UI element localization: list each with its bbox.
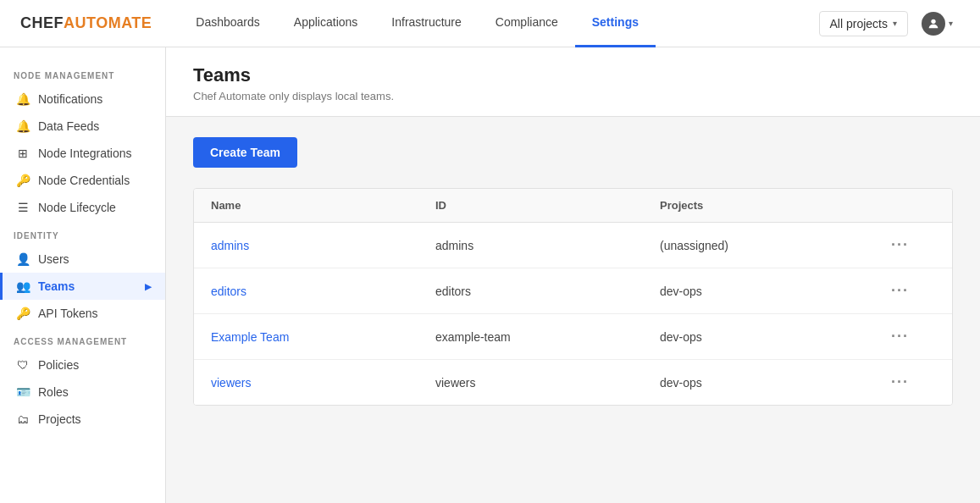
cell-id-editors: editors [435, 285, 660, 298]
bell-icon: 🔔 [16, 92, 30, 106]
cell-projects-admins: (unassigned) [660, 239, 884, 252]
top-nav: CHEFAUTOMATE Dashboards Applications Inf… [0, 0, 980, 47]
nav-links: Dashboards Applications Infrastructure C… [179, 0, 818, 47]
cell-name-admins: admins [211, 239, 435, 252]
teams-icon: 👥 [16, 279, 30, 293]
sidebar-label-node-integrations: Node Integrations [38, 146, 132, 160]
sidebar-item-policies[interactable]: 🛡 Policies [0, 351, 165, 379]
svg-point-0 [931, 19, 935, 23]
projects-dropdown[interactable]: All projects ▾ [819, 11, 908, 36]
sidebar-label-policies: Policies [38, 358, 79, 372]
logo-automate: AUTOMATE [64, 14, 152, 32]
content-area: Create Team Name ID Projects admins admi… [166, 117, 980, 426]
sidebar-item-teams[interactable]: 👥 Teams ▶ [0, 273, 165, 300]
nav-applications[interactable]: Applications [277, 0, 375, 47]
more-button-example-team[interactable]: ··· [884, 326, 916, 347]
section-node-management-label: NODE MANAGEMENT [0, 61, 165, 86]
sidebar-label-users: Users [38, 252, 69, 266]
sidebar-label-notifications: Notifications [38, 92, 102, 106]
nav-right: All projects ▾ ▾ [819, 8, 960, 39]
nav-dashboards[interactable]: Dashboards [179, 0, 277, 47]
policies-icon: 🛡 [16, 358, 30, 372]
user-avatar [922, 12, 945, 36]
logo-chef: CHEF [20, 14, 64, 32]
lifecycle-icon: ☰ [16, 201, 30, 214]
more-button-admins[interactable]: ··· [884, 235, 916, 256]
cell-projects-editors: dev-ops [660, 285, 884, 298]
cell-name-viewers: viewers [211, 376, 435, 390]
integrations-icon: ⊞ [16, 146, 30, 160]
teams-table: Name ID Projects admins admins (unassign… [193, 188, 953, 406]
col-header-actions [884, 199, 935, 212]
main-content: Teams Chef Automate only displays local … [166, 47, 980, 503]
sidebar-item-projects[interactable]: 🗂 Projects [0, 406, 165, 433]
projects-label: All projects [830, 17, 888, 30]
sidebar-item-roles[interactable]: 🪪 Roles [0, 379, 165, 406]
nav-infrastructure[interactable]: Infrastructure [374, 0, 478, 47]
projects-icon: 🗂 [16, 412, 30, 426]
link-example-team[interactable]: Example Team [211, 330, 289, 344]
cell-id-admins: admins [435, 239, 660, 252]
cell-name-editors: editors [211, 285, 435, 298]
page-subtitle: Chef Automate only displays local teams. [193, 90, 953, 102]
cell-projects-example-team: dev-ops [660, 330, 884, 344]
sidebar-item-node-credentials[interactable]: 🔑 Node Credentials [0, 167, 165, 194]
user-chevron-icon: ▾ [949, 19, 953, 28]
sidebar-item-users[interactable]: 👤 Users [0, 246, 165, 273]
sidebar-label-node-lifecycle: Node Lifecycle [38, 201, 116, 214]
cell-actions-viewers: ··· [884, 372, 935, 393]
table-row: admins admins (unassigned) ··· [194, 223, 952, 268]
user-menu-button[interactable]: ▾ [915, 8, 960, 39]
sidebar: NODE MANAGEMENT 🔔 Notifications 🔔 Data F… [0, 47, 166, 503]
cell-actions-example-team: ··· [884, 326, 935, 347]
section-access-management-label: ACCESS MANAGEMENT [0, 327, 165, 351]
cell-name-example-team: Example Team [211, 330, 435, 344]
api-tokens-icon: 🔑 [16, 307, 30, 320]
table-header-row: Name ID Projects [194, 189, 952, 223]
sidebar-label-data-feeds: Data Feeds [38, 119, 99, 133]
cell-id-example-team: example-team [435, 330, 660, 344]
sidebar-item-notifications[interactable]: 🔔 Notifications [0, 86, 165, 113]
users-icon: 👤 [16, 252, 30, 266]
table-row: editors editors dev-ops ··· [194, 268, 952, 314]
nav-compliance[interactable]: Compliance [479, 0, 575, 47]
more-button-editors[interactable]: ··· [884, 280, 916, 301]
sidebar-label-node-credentials: Node Credentials [38, 174, 130, 187]
cell-actions-editors: ··· [884, 280, 935, 301]
sidebar-item-node-integrations[interactable]: ⊞ Node Integrations [0, 140, 165, 167]
cell-actions-admins: ··· [884, 235, 935, 256]
sidebar-label-api-tokens: API Tokens [38, 307, 98, 320]
table-row: Example Team example-team dev-ops ··· [194, 314, 952, 360]
sidebar-item-node-lifecycle[interactable]: ☰ Node Lifecycle [0, 194, 165, 221]
more-button-viewers[interactable]: ··· [884, 372, 916, 393]
section-identity-label: IDENTITY [0, 221, 165, 246]
main-layout: NODE MANAGEMENT 🔔 Notifications 🔔 Data F… [0, 47, 980, 503]
credentials-icon: 🔑 [16, 174, 30, 187]
teams-row: Teams ▶ [38, 279, 152, 293]
page-header: Teams Chef Automate only displays local … [166, 47, 980, 117]
create-team-button[interactable]: Create Team [193, 137, 297, 168]
roles-icon: 🪪 [16, 385, 30, 399]
cell-projects-viewers: dev-ops [660, 376, 884, 390]
logo: CHEFAUTOMATE [20, 14, 152, 32]
sidebar-item-data-feeds[interactable]: 🔔 Data Feeds [0, 113, 165, 140]
link-viewers[interactable]: viewers [211, 376, 251, 390]
sidebar-label-teams: Teams [38, 279, 75, 293]
chevron-down-icon: ▾ [893, 19, 897, 28]
col-header-id: ID [435, 199, 660, 212]
link-editors[interactable]: editors [211, 285, 246, 298]
table-row: viewers viewers dev-ops ··· [194, 360, 952, 405]
page-title: Teams [193, 64, 953, 86]
nav-settings[interactable]: Settings [575, 0, 656, 47]
cell-id-viewers: viewers [435, 376, 660, 390]
chevron-right-icon: ▶ [145, 282, 152, 291]
col-header-projects: Projects [660, 199, 884, 212]
feed-icon: 🔔 [16, 119, 30, 133]
link-admins[interactable]: admins [211, 239, 249, 252]
sidebar-label-roles: Roles [38, 385, 69, 399]
sidebar-label-projects: Projects [38, 412, 81, 426]
col-header-name: Name [211, 199, 435, 212]
sidebar-item-api-tokens[interactable]: 🔑 API Tokens [0, 300, 165, 327]
